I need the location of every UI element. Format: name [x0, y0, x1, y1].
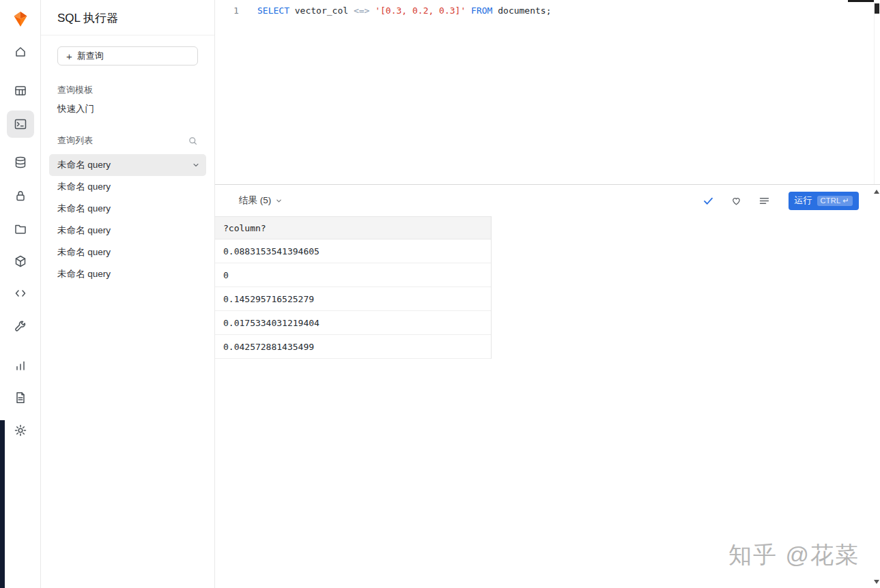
- editor-scrollbar[interactable]: [874, 0, 880, 184]
- wrench-icon: [14, 319, 27, 333]
- nav-tools[interactable]: [7, 312, 34, 340]
- chevron-down-icon: [275, 197, 283, 205]
- query-item-label: 未命名 query: [57, 268, 111, 280]
- table-row[interactable]: 0: [215, 263, 491, 287]
- query-item-label: 未命名 query: [57, 224, 111, 237]
- nav-tables[interactable]: [7, 77, 34, 104]
- page-title: SQL 执行器: [41, 0, 214, 35]
- query-list: 未命名 query 未命名 query 未命名 query 未命名 query …: [41, 154, 214, 285]
- results-tab-label: 结果 (5): [239, 194, 271, 207]
- table-row[interactable]: 0.145295716525279: [215, 287, 491, 311]
- chevron-down-icon: [192, 161, 200, 169]
- query-list-item[interactable]: 未命名 query: [49, 241, 206, 263]
- sql-token-string: '[0.3, 0.2, 0.3]': [375, 5, 471, 16]
- format-sql-button[interactable]: [758, 194, 771, 207]
- lines-icon: [758, 195, 770, 207]
- new-query-label: 新查询: [77, 50, 104, 62]
- table-column-header[interactable]: ?column?: [215, 216, 491, 239]
- table-row[interactable]: 0.042572881435499: [215, 335, 491, 359]
- lock-icon: [14, 189, 27, 203]
- line-number: 1: [215, 5, 257, 16]
- bar-chart-icon: [14, 359, 27, 372]
- nav-files[interactable]: [7, 215, 34, 242]
- app-window: SQL 执行器 + 新查询 查询模板 快速入门 查询列表 未命名 query 未…: [0, 0, 880, 588]
- results-toolbar: 结果 (5): [215, 185, 880, 216]
- nav-api[interactable]: [7, 280, 34, 307]
- scroll-up-icon[interactable]: [874, 190, 879, 194]
- main-panel: 1 SELECT vector_col <=> '[0.3, 0.2, 0.3]…: [215, 0, 880, 588]
- document-icon: [14, 391, 27, 405]
- query-item-label: 未命名 query: [57, 203, 111, 215]
- nav-extensions[interactable]: [7, 248, 34, 275]
- query-list-item[interactable]: 未命名 query: [49, 176, 206, 198]
- nav-sql-executor[interactable]: [7, 111, 34, 138]
- table-icon: [14, 84, 27, 98]
- icon-rail: [0, 0, 41, 588]
- sidebar: SQL 执行器 + 新查询 查询模板 快速入门 查询列表 未命名 query 未…: [41, 0, 215, 588]
- new-query-button[interactable]: + 新查询: [57, 46, 198, 65]
- run-shortcut-badge: CTRL ↵: [817, 196, 853, 206]
- code-icon: [14, 286, 27, 300]
- folder-icon: [14, 222, 27, 235]
- query-list-item[interactable]: 未命名 query: [49, 220, 206, 241]
- home-icon: [14, 45, 27, 59]
- nav-database[interactable]: [7, 149, 34, 176]
- sql-code-line[interactable]: SELECT vector_col <=> '[0.3, 0.2, 0.3]' …: [257, 5, 552, 16]
- nav-home[interactable]: [7, 38, 34, 65]
- run-button-label: 运行: [795, 194, 812, 207]
- run-button[interactable]: 运行 CTRL ↵: [789, 192, 859, 210]
- query-item-label: 未命名 query: [57, 181, 111, 193]
- nav-logs[interactable]: [7, 384, 34, 411]
- results-table: ?column? 0.0883153541394605 0 0.14529571…: [215, 216, 492, 359]
- plus-icon: +: [66, 51, 72, 61]
- favorite-button[interactable]: [730, 194, 743, 207]
- query-list-item[interactable]: 未命名 query: [49, 263, 206, 285]
- watermark: 知乎 @花菜: [728, 540, 860, 571]
- sql-token-keyword: SELECT: [257, 5, 295, 16]
- results-scrollbar[interactable]: [873, 186, 880, 588]
- sql-token-operator: <=>: [354, 5, 375, 16]
- table-row[interactable]: 0.0883153541394605: [215, 239, 491, 263]
- validate-query-button[interactable]: [702, 194, 715, 207]
- query-list-item[interactable]: 未命名 query: [49, 198, 206, 220]
- package-icon: [14, 254, 27, 268]
- nav-security[interactable]: [7, 182, 34, 209]
- quick-start-link[interactable]: 快速入门: [57, 102, 198, 116]
- query-item-label: 未命名 query: [57, 159, 111, 171]
- query-item-label: 未命名 query: [57, 246, 111, 259]
- check-icon: [702, 195, 714, 207]
- scroll-down-icon[interactable]: [874, 580, 879, 584]
- section-query-list: 查询列表: [57, 134, 93, 147]
- nav-monitoring[interactable]: [7, 352, 34, 379]
- query-list-item[interactable]: 未命名 query: [49, 154, 206, 176]
- database-icon: [14, 156, 27, 169]
- sql-token-keyword: FROM: [471, 5, 498, 16]
- section-query-templates: 查询模板: [57, 83, 198, 97]
- logo-gem-icon: [12, 10, 29, 28]
- background-strip: [0, 420, 5, 588]
- sql-editor[interactable]: 1 SELECT vector_col <=> '[0.3, 0.2, 0.3]…: [215, 0, 880, 184]
- table-row[interactable]: 0.0175334031219404: [215, 311, 491, 335]
- results-tab[interactable]: 结果 (5): [239, 194, 283, 207]
- app-logo[interactable]: [7, 5, 34, 33]
- nav-settings[interactable]: [7, 417, 34, 444]
- sql-token-identifier: vector_col: [295, 5, 354, 16]
- editor-hscroll-thumb[interactable]: [848, 0, 874, 2]
- terminal-icon: [14, 117, 27, 131]
- results-panel: 结果 (5): [215, 184, 880, 588]
- editor-scrollbar-thumb[interactable]: [875, 3, 879, 14]
- sql-token-identifier: documents;: [498, 5, 551, 16]
- search-icon[interactable]: [188, 136, 198, 146]
- gear-icon: [14, 424, 27, 437]
- heart-icon: [730, 195, 742, 207]
